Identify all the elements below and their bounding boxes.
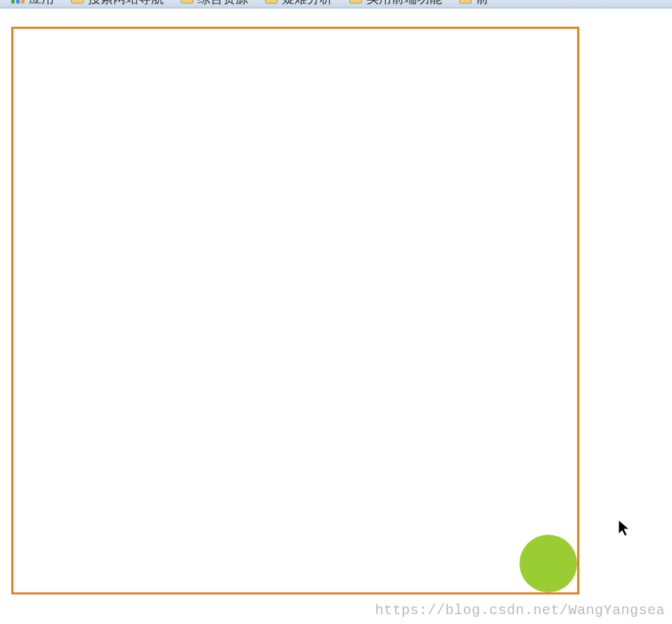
folder-icon [71,0,84,4]
folder-icon [459,0,472,4]
bookmark-folder-partial[interactable]: 前 [459,0,489,7]
canvas-container[interactable] [11,27,579,594]
bookmark-folder-resources[interactable]: 综合资源 [181,0,248,7]
folder-icon [349,0,362,4]
bookmark-bar: 应用 搜索网站导航 综合资源 疑难分析 实用前端功能 前 [0,0,672,8]
bookmark-label: 疑难分析 [282,0,332,7]
folder-icon [181,0,193,4]
draggable-ball[interactable] [519,535,577,592]
watermark-text: https://blog.csdn.net/WangYangsea [375,602,665,618]
folder-icon [265,0,278,4]
cursor-icon [617,519,631,538]
bookmark-apps[interactable]: 应用 [11,0,54,7]
bookmark-folder-analysis[interactable]: 疑难分析 [265,0,332,7]
bookmark-folder-frontend[interactable]: 实用前端功能 [349,0,442,7]
bookmark-label: 实用前端功能 [366,0,442,7]
bookmark-label: 搜索网站导航 [88,0,164,7]
bookmark-folder-search[interactable]: 搜索网站导航 [71,0,164,7]
bookmark-label: 应用 [29,0,54,7]
apps-logo-icon [11,0,25,4]
bookmark-label: 综合资源 [198,0,248,7]
bookmark-label: 前 [476,0,489,7]
